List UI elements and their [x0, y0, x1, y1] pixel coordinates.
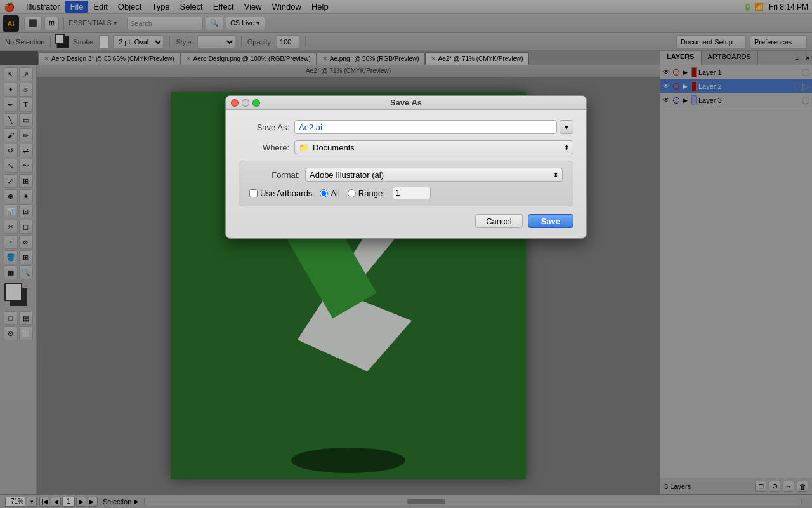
dialog-titlebar: Save As	[226, 96, 586, 110]
artboards-row: Use Artboards All Range:	[249, 187, 563, 199]
dialog-title: Save As	[390, 98, 422, 107]
minimize-button[interactable]	[242, 99, 249, 107]
traffic-lights	[231, 99, 260, 107]
save-button[interactable]: Save	[528, 214, 573, 228]
dialog-body: Save As: ▼ Where: 📁 Documents ⬍	[226, 110, 586, 238]
close-button[interactable]	[231, 99, 239, 107]
save-dialog: Save As Save As: ▼ Where: 📁 Documents	[225, 95, 587, 239]
cancel-button[interactable]: Cancel	[475, 214, 522, 228]
use-artboards-checkbox[interactable]	[249, 189, 258, 197]
filename-input[interactable]	[294, 120, 557, 134]
where-label: Where:	[239, 143, 289, 152]
range-label: Range:	[358, 189, 385, 198]
where-value: Documents	[313, 143, 355, 152]
save-as-row: Save As: ▼	[239, 120, 573, 134]
save-as-input-wrap: ▼	[294, 120, 573, 134]
range-radio-label: Range:	[348, 189, 385, 198]
format-area: Format: Adobe Illustrator (ai) ⬍ Use Art…	[239, 161, 573, 206]
all-radio-label: All	[320, 189, 339, 198]
format-value: Adobe Illustrator (ai)	[310, 170, 384, 180]
range-input[interactable]	[393, 187, 431, 199]
format-arrow: ⬍	[553, 171, 558, 178]
format-label: Format:	[249, 170, 300, 180]
all-radio[interactable]	[320, 189, 328, 197]
format-row: Format: Adobe Illustrator (ai) ⬍	[249, 168, 563, 182]
where-row: Where: 📁 Documents ⬍	[239, 140, 573, 154]
where-arrow: ⬍	[564, 144, 569, 151]
dialog-buttons: Cancel Save	[239, 214, 573, 228]
format-select[interactable]: Adobe Illustrator (ai) ⬍	[305, 168, 563, 182]
expand-filename-btn[interactable]: ▼	[560, 120, 573, 134]
save-as-label: Save As:	[239, 123, 289, 132]
where-select[interactable]: 📁 Documents ⬍	[294, 140, 573, 154]
maximize-button[interactable]	[252, 99, 260, 107]
use-artboards-label: Use Artboards	[249, 189, 312, 198]
range-radio[interactable]	[348, 189, 356, 197]
folder-icon: 📁	[299, 143, 309, 152]
dialog-overlay: Save As Save As: ▼ Where: 📁 Documents	[0, 0, 812, 508]
